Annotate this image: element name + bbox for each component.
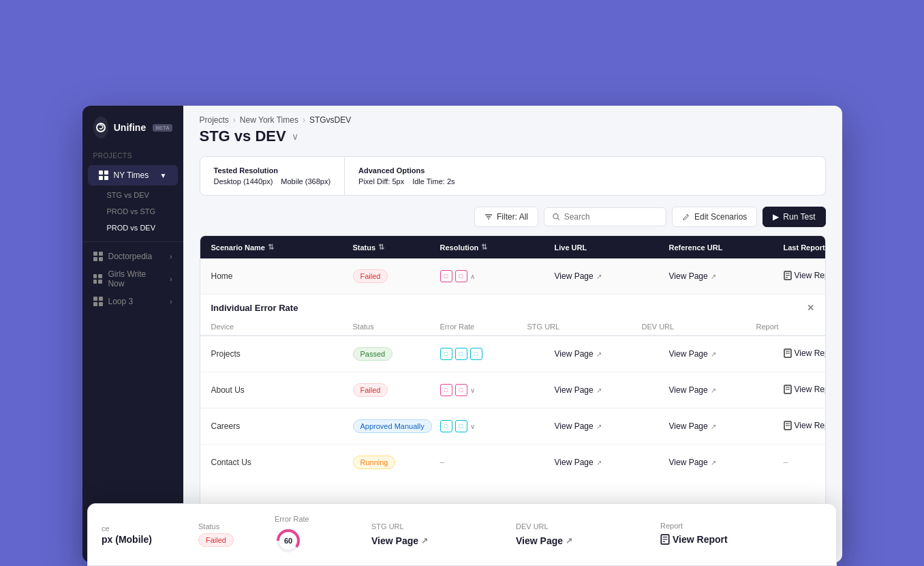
ref-url-contact[interactable]: View Page ↗ — [669, 458, 716, 467]
sidebar-other-label-1: Doctorpedia — [108, 252, 153, 261]
cell-live-contact: View Page ↗ — [555, 458, 664, 467]
ref-url-home[interactable]: View Page ↗ — [669, 271, 716, 281]
overlay-dev-link[interactable]: View Page ↗ — [516, 535, 572, 546]
overlay-report-label: Report — [660, 522, 783, 530]
sidebar-sub-prod-dev[interactable]: PROD vs DEV — [82, 220, 183, 236]
desktop-icon-careers: □ — [455, 420, 467, 432]
search-input[interactable] — [564, 212, 658, 222]
grid-icon — [99, 170, 108, 180]
live-url-contact[interactable]: View Page ↗ — [555, 458, 602, 467]
sidebar-item-ny-times[interactable]: NY Times ▼ — [88, 165, 178, 185]
cell-status-careers: Approved Manually — [353, 419, 435, 433]
ext-icon-stg: ↗ — [421, 536, 428, 546]
overlay-error-label: Error Rate — [275, 515, 363, 523]
overlay-stg-label: STG URL — [371, 522, 508, 531]
chevron-careers[interactable]: ∨ — [470, 423, 475, 430]
grid-icon-2 — [93, 252, 103, 261]
report-icon-overlay — [660, 534, 670, 545]
edit-scenarios-label: Edit Scenarios — [694, 212, 747, 222]
ref-url-projects[interactable]: View Page ↗ — [669, 349, 716, 359]
table-row-contact: Contact Us Running – View Page ↗ View Pa… — [200, 445, 825, 480]
cell-report-contact: – — [784, 458, 826, 467]
overlay-report-link[interactable]: View Report — [660, 534, 728, 545]
cell-report-home: View Report — [784, 271, 826, 282]
breadcrumb-nyt[interactable]: New York Times — [240, 115, 298, 125]
status-badge-home: Failed — [353, 269, 388, 283]
pixel-diff-label: Pixel Diff: 5px — [358, 177, 404, 185]
status-badge-projects: Passed — [353, 347, 393, 361]
live-url-projects[interactable]: View Page ↗ — [555, 349, 602, 359]
ext-icon-9: ↗ — [596, 459, 602, 466]
main-content: Projects › New York Times › STGvsDEV STG… — [183, 106, 842, 563]
chevron-right-icon-3: › — [170, 298, 172, 306]
grid-icon-3 — [93, 274, 103, 284]
live-url-home[interactable]: View Page ↗ — [555, 271, 602, 281]
cell-live-about: View Page ↗ — [555, 385, 664, 395]
close-expansion-icon[interactable]: ✕ — [807, 303, 814, 313]
logo-text: Unifine — [114, 122, 146, 133]
chevron-right-icon-2: › — [170, 275, 172, 283]
mobile-icon-careers: □ — [440, 420, 452, 432]
cell-status-contact: Running — [353, 456, 435, 469]
report-link-about[interactable]: View Report — [784, 385, 826, 394]
sidebar-other-label-2: Girls Write Now — [108, 269, 164, 288]
table-row-about: About Us Failed □ □ ∨ View Page ↗ — [200, 372, 825, 408]
sidebar-item-doctorpedia[interactable]: Doctorpedia › — [82, 248, 183, 265]
page-title-row: STG vs DEV ∨ — [183, 125, 842, 156]
overlay-device-value: px (Mobile) — [102, 534, 190, 545]
mobile-value: Mobile (368px) — [281, 177, 330, 185]
filter-label: Filter: All — [497, 212, 528, 222]
edit-scenarios-button[interactable]: Edit Scenarios — [672, 207, 757, 227]
cell-status-projects: Passed — [353, 347, 435, 361]
sidebar-project-label: NY Times — [114, 170, 149, 180]
cell-ref-projects: View Page ↗ — [669, 349, 778, 359]
cell-name-about: About Us — [211, 385, 348, 395]
ref-url-about[interactable]: View Page ↗ — [669, 385, 716, 395]
chevron-right-icon: › — [170, 253, 172, 260]
cell-name-home: Home — [211, 271, 348, 281]
cell-live-home: View Page ↗ — [555, 271, 664, 281]
ext-icon-dev: ↗ — [566, 536, 572, 546]
overlay-stg-col: STG URL View Page ↗ — [371, 522, 508, 547]
cell-report-projects: View Report — [784, 348, 826, 360]
cell-live-projects: View Page ↗ — [555, 349, 664, 359]
advanced-section: Advanced Options Pixel Diff: 5px Idle Ti… — [345, 157, 468, 195]
sidebar-item-loop3[interactable]: Loop 3 › — [82, 293, 183, 310]
donut-chart: 60 — [275, 527, 302, 554]
sidebar-sub-stg-dev[interactable]: STG vs DEV — [82, 187, 183, 203]
desktop-icon: □ — [455, 270, 467, 282]
desktop-icon-about: □ — [455, 384, 467, 396]
live-url-about[interactable]: View Page ↗ — [555, 385, 602, 395]
run-test-button[interactable]: ▶ Run Test — [763, 207, 825, 227]
table-row-home-cells: Home Failed □ □ ∧ View Page ↗ — [200, 258, 825, 295]
overlay-stg-link[interactable]: View Page ↗ — [371, 535, 428, 546]
report-link-careers[interactable]: View Report — [784, 421, 826, 430]
chevron-down-icon: ▼ — [160, 172, 167, 179]
ref-url-careers[interactable]: View Page ↗ — [669, 421, 716, 431]
chevron-resolution[interactable]: ∧ — [470, 273, 475, 280]
ext-icon-3: ↗ — [596, 351, 602, 358]
report-link-projects[interactable]: View Report — [784, 348, 826, 358]
filter-button[interactable]: Filter: All — [474, 207, 538, 227]
filter-icon — [484, 213, 493, 221]
live-url-careers[interactable]: View Page ↗ — [555, 421, 602, 431]
page-title-chevron-icon[interactable]: ∨ — [292, 131, 298, 142]
table-header: Scenario Name ⇅ Status ⇅ Resolution ⇅ Li… — [200, 236, 825, 258]
report-link-home[interactable]: View Report — [784, 271, 826, 280]
report-icon-2 — [784, 348, 792, 358]
sidebar-sub-prod-stg[interactable]: PROD vs STG — [82, 203, 183, 220]
breadcrumb-projects[interactable]: Projects — [200, 115, 229, 125]
th-last-report: Last Report — [784, 243, 826, 252]
cell-resolution-about: □ □ ∨ — [440, 384, 549, 396]
th-status: Status ⇅ — [353, 243, 435, 252]
desktop-icon-projects: □ — [470, 348, 482, 360]
cell-status-about: Failed — [353, 383, 435, 397]
cell-status-home: Failed — [353, 269, 435, 283]
tablet-icon-projects: □ — [455, 348, 467, 360]
resolution-values: Desktop (1440px) Mobile (368px) — [214, 177, 331, 185]
chevron-about[interactable]: ∨ — [470, 387, 475, 394]
ext-icon-10: ↗ — [711, 459, 716, 466]
report-icon-3 — [784, 385, 792, 394]
sidebar-item-girls-write[interactable]: Girls Write Now › — [82, 265, 183, 293]
th-live-url: Live URL — [555, 243, 664, 252]
